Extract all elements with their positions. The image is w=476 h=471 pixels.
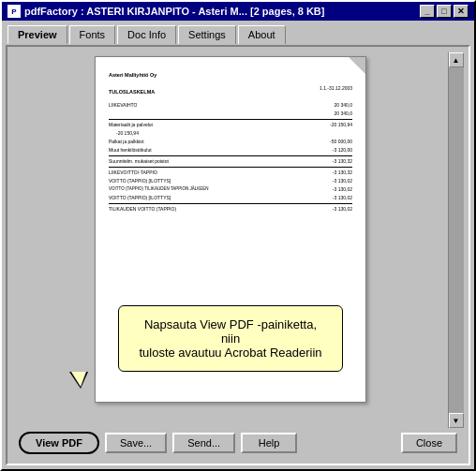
row3-label: Muut henkilöstökulut bbox=[109, 147, 152, 154]
title-bar-left: P pdfFactory : ASTERI KIRJANPITO - Aster… bbox=[7, 5, 324, 18]
row7-label: VOITTO (TAPPIO) TILIKAUDEN TAPPION JÄLKE… bbox=[109, 186, 209, 193]
row4-val2: -3 130,32 bbox=[333, 158, 352, 165]
report-type: TULOSLASKELMA bbox=[109, 89, 155, 96]
row2-val: -50 000,00 bbox=[330, 139, 352, 145]
page-content: Asteri Malliyhtiö Oy TULOSLASKELMA 1.1.-… bbox=[96, 57, 365, 224]
preview-container: Asteri Malliyhtiö Oy TULOSLASKELMA 1.1.-… bbox=[13, 52, 463, 428]
row7-val2: -3 130,02 bbox=[333, 186, 352, 193]
tooltip-bubble: Napsauta View PDF -painiketta, niin tulo… bbox=[118, 305, 343, 372]
view-pdf-button[interactable]: View PDF bbox=[19, 432, 99, 454]
scroll-track[interactable] bbox=[449, 67, 464, 413]
title-controls: _ □ ✕ bbox=[420, 5, 469, 18]
row4-label: Suunnitelm. mukaiset poistot bbox=[109, 158, 169, 165]
row9-label: TILIKAUDEN VOITTO (TAPPIO) bbox=[109, 206, 176, 213]
tab-about[interactable]: About bbox=[238, 25, 286, 44]
tab-preview[interactable]: Preview bbox=[7, 25, 67, 44]
tab-bar: Preview Fonts Doc Info Settings About bbox=[2, 21, 474, 43]
scrollable-area: Asteri Malliyhtiö Oy TULOSLASKELMA 1.1.-… bbox=[13, 52, 448, 428]
app-icon: P bbox=[7, 5, 21, 18]
main-window: P pdfFactory : ASTERI KIRJANPITO - Aster… bbox=[0, 0, 476, 471]
row8-label: VOITTO (TAPPIO) [ILOTTYS] bbox=[109, 195, 171, 201]
tab-fonts[interactable]: Fonts bbox=[69, 25, 116, 44]
send-button[interactable]: Send... bbox=[172, 433, 235, 453]
help-button[interactable]: Help bbox=[241, 433, 297, 453]
tooltip-line1: Napsauta View PDF -painiketta, niin bbox=[144, 317, 317, 346]
row5-label: LIIKEVOITTO/-TAPPIO bbox=[109, 169, 157, 176]
title-bar: P pdfFactory : ASTERI KIRJANPITO - Aster… bbox=[2, 2, 474, 21]
save-button[interactable]: Save... bbox=[105, 433, 167, 453]
bottom-bar: View PDF Save... Send... Help Close bbox=[13, 428, 463, 458]
row9-val2: -3 130,02 bbox=[333, 206, 352, 213]
row0-val2: -20 150,94 bbox=[116, 130, 139, 137]
tab-docinfo[interactable]: Doc Info bbox=[117, 25, 176, 44]
row0-label: Materiaalit ja palvelut bbox=[109, 122, 153, 128]
row0-val: -20 150,94 bbox=[330, 122, 352, 128]
row2-label: Palkat ja palkkiot bbox=[109, 139, 144, 145]
tooltip-tail-inner bbox=[71, 372, 86, 387]
tab-settings[interactable]: Settings bbox=[178, 25, 236, 44]
row3-val: -3 120,00 bbox=[333, 147, 352, 154]
row5-val2: -3 130,32 bbox=[333, 169, 352, 176]
maximize-button[interactable]: □ bbox=[437, 5, 452, 18]
company-name: Asteri Malliyhtiö Oy bbox=[109, 72, 156, 80]
row8-val2: -3 130,02 bbox=[333, 195, 352, 201]
content-area: Asteri Malliyhtiö Oy TULOSLASKELMA 1.1.-… bbox=[6, 45, 470, 465]
scroll-down-button[interactable]: ▼ bbox=[449, 413, 464, 428]
liikevaihto-label: LIIKEVAIHTO bbox=[109, 102, 137, 109]
liikevaihto-val2: 20 340,0 bbox=[335, 110, 352, 117]
minimize-button[interactable]: _ bbox=[420, 5, 435, 18]
window-title: pdfFactory : ASTERI KIRJANPITO - Asteri … bbox=[24, 6, 324, 17]
row6-label: VOITTO (TAPPIO) [ILOTTYS] bbox=[109, 178, 171, 184]
scrollbar-vertical: ▲ ▼ bbox=[448, 52, 463, 428]
close-button[interactable]: Close bbox=[401, 433, 457, 453]
close-button[interactable]: ✕ bbox=[454, 5, 469, 18]
tooltip-line2: tuloste avautuu Acrobat Readeriin bbox=[139, 346, 321, 360]
report-date: 1.1.-31.12.2003 bbox=[320, 85, 352, 98]
scroll-up-button[interactable]: ▲ bbox=[449, 52, 464, 67]
row6-val2: -3 130,02 bbox=[333, 178, 352, 184]
liikevaihto-val1: 20 340,0 bbox=[335, 102, 352, 109]
